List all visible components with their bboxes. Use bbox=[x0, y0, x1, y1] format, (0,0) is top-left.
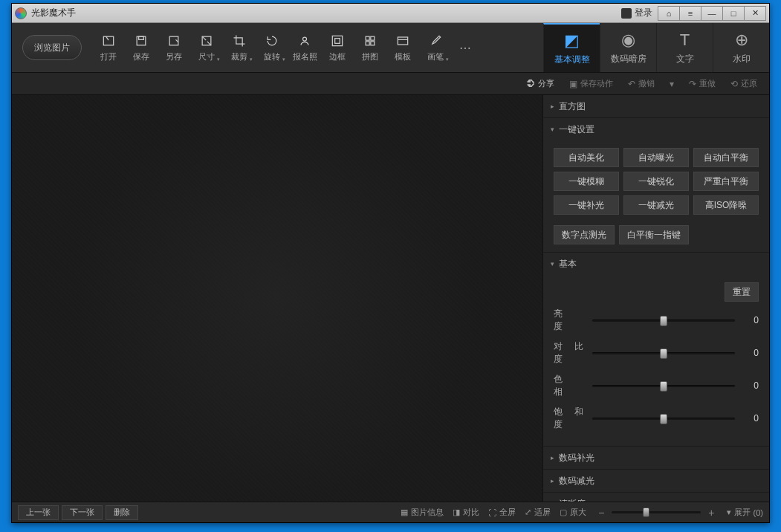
original-size-button[interactable]: ▢原大 bbox=[560, 507, 586, 518]
onekey-dim-button[interactable]: 一键减光 bbox=[623, 195, 689, 215]
open-icon bbox=[101, 33, 116, 48]
rtab-basic[interactable]: ◩基本调整 bbox=[543, 23, 600, 72]
onekey-sharpen-button[interactable]: 一键锐化 bbox=[623, 172, 689, 191]
rtab-watermark[interactable]: ⊕水印 bbox=[713, 23, 769, 72]
compare-button[interactable]: ◨对比 bbox=[453, 507, 479, 518]
tb-collage[interactable]: 拼图 bbox=[354, 30, 386, 65]
svg-rect-6 bbox=[332, 36, 342, 45]
severe-wb-button[interactable]: 严重白平衡 bbox=[693, 172, 759, 191]
digital-fill-header[interactable]: ▸数码补光 bbox=[543, 447, 769, 469]
browse-images-button[interactable]: 浏览图片 bbox=[22, 35, 82, 60]
section-clarity: ▸清晰度 bbox=[543, 493, 769, 502]
titlebar: 光影魔术手 登录 ⌂ ≡ — □ ✕ bbox=[12, 4, 769, 23]
tb-more[interactable]: ⋯ bbox=[452, 41, 479, 55]
login-label: 登录 bbox=[635, 7, 652, 19]
triangle-right-icon: ▸ bbox=[551, 454, 554, 461]
reset-button[interactable]: 重置 bbox=[725, 282, 759, 302]
rtab-darkroom[interactable]: ◉数码暗房 bbox=[600, 23, 656, 72]
contrast-slider[interactable] bbox=[592, 347, 735, 359]
hue-row: 色 相0 bbox=[554, 373, 759, 398]
zoom-in-button[interactable]: + bbox=[705, 507, 717, 519]
next-image-button[interactable]: 下一张 bbox=[62, 505, 103, 520]
app-title: 光影魔术手 bbox=[31, 7, 615, 19]
user-icon bbox=[621, 8, 632, 19]
section-digital-dim: ▸数码减光 bbox=[543, 470, 769, 493]
tb-saveas[interactable]: 另存 bbox=[158, 30, 190, 65]
close-button[interactable]: ✕ bbox=[744, 6, 766, 21]
tb-crop[interactable]: 裁剪▾ bbox=[223, 30, 256, 65]
collage-icon bbox=[363, 33, 377, 48]
svg-rect-8 bbox=[366, 36, 369, 40]
image-info-button[interactable]: ▦图片信息 bbox=[401, 507, 444, 518]
delete-image-button[interactable]: 删除 bbox=[106, 505, 138, 520]
brightness-slider[interactable] bbox=[592, 314, 735, 326]
redo-button[interactable]: ↷重做 bbox=[683, 78, 722, 89]
onekey-blur-button[interactable]: 一键模糊 bbox=[554, 172, 619, 191]
auto-exposure-button[interactable]: 自动曝光 bbox=[623, 148, 689, 167]
hue-slider[interactable] bbox=[592, 380, 735, 392]
chevron-down-icon: ▾ bbox=[282, 56, 285, 62]
svg-rect-9 bbox=[371, 36, 375, 40]
clarity-header[interactable]: ▸清晰度 bbox=[543, 493, 769, 502]
app-window: 光影魔术手 登录 ⌂ ≡ — □ ✕ 浏览图片 打开 保存 另存 尺寸▾ 裁剪▾… bbox=[11, 3, 770, 523]
prev-image-button[interactable]: 上一张 bbox=[18, 505, 59, 520]
basic-header[interactable]: ▾基本 bbox=[543, 253, 769, 275]
tb-open[interactable]: 打开 bbox=[92, 30, 125, 65]
saturation-slider[interactable] bbox=[592, 412, 735, 424]
sub-toolbar: ⮊分享 ▣保存动作 ↶撤销 ▾ ↷重做 ⟲还原 bbox=[12, 73, 769, 95]
right-tabs: ◩基本调整 ◉数码暗房 T文字 ⊕水印 bbox=[543, 23, 769, 72]
undo-icon: ↶ bbox=[628, 79, 635, 89]
auto-wb-button[interactable]: 自动白平衡 bbox=[693, 148, 759, 167]
fit-icon: ⤢ bbox=[525, 507, 531, 517]
share-button[interactable]: ⮊分享 bbox=[520, 78, 560, 89]
undo-dropdown[interactable]: ▾ bbox=[664, 79, 680, 89]
onekey-fill-button[interactable]: 一键补光 bbox=[554, 195, 619, 215]
redo-icon: ↷ bbox=[689, 79, 696, 89]
resize-icon bbox=[199, 33, 214, 48]
svg-rect-11 bbox=[371, 41, 375, 45]
expand-button[interactable]: ▾展开(0) bbox=[727, 507, 763, 518]
canvas[interactable] bbox=[12, 95, 542, 502]
undo-button[interactable]: ↶撤销 bbox=[622, 78, 661, 89]
zoom-control: − + bbox=[595, 507, 717, 519]
zoom-out-button[interactable]: − bbox=[595, 507, 607, 519]
toolbar-items: 打开 保存 另存 尺寸▾ 裁剪▾ 旋转▾ 报名照 边框 拼图 模板 画笔▾ ⋯ bbox=[92, 23, 543, 72]
chevron-down-icon: ▾ bbox=[250, 56, 253, 62]
minimize-button[interactable]: — bbox=[701, 6, 723, 21]
save-icon bbox=[134, 33, 149, 48]
triangle-down-icon: ▾ bbox=[551, 260, 554, 267]
tb-resize[interactable]: 尺寸▾ bbox=[190, 30, 223, 65]
onekey-header[interactable]: ▾一键设置 bbox=[543, 118, 769, 140]
save-action-icon: ▣ bbox=[569, 79, 577, 89]
spot-meter-button[interactable]: 数字点测光 bbox=[554, 225, 615, 244]
settings-button[interactable]: ≡ bbox=[679, 6, 701, 21]
login-button[interactable]: 登录 bbox=[615, 7, 658, 19]
save-action-button[interactable]: ▣保存动作 bbox=[563, 78, 619, 89]
darkroom-icon: ◉ bbox=[621, 30, 635, 50]
main-toolbar: 浏览图片 打开 保存 另存 尺寸▾ 裁剪▾ 旋转▾ 报名照 边框 拼图 模板 画… bbox=[12, 23, 769, 73]
section-digital-fill: ▸数码补光 bbox=[543, 447, 769, 470]
tb-rotate[interactable]: 旋转▾ bbox=[256, 30, 288, 65]
contrast-label: 对 比 度 bbox=[554, 340, 586, 366]
maximize-button[interactable]: □ bbox=[722, 6, 745, 21]
triangle-right-icon: ▸ bbox=[551, 477, 554, 484]
auto-beautify-button[interactable]: 自动美化 bbox=[554, 148, 619, 167]
tb-frame[interactable]: 边框 bbox=[321, 30, 354, 65]
wb-picker-button[interactable]: 白平衡一指键 bbox=[619, 225, 689, 244]
tb-save[interactable]: 保存 bbox=[125, 30, 158, 65]
histogram-header[interactable]: ▸直方图 bbox=[543, 95, 769, 117]
tb-template[interactable]: 模板 bbox=[386, 30, 419, 65]
digital-dim-header[interactable]: ▸数码减光 bbox=[543, 470, 769, 492]
rtab-text[interactable]: T文字 bbox=[656, 23, 713, 72]
tb-brush[interactable]: 画笔▾ bbox=[419, 30, 452, 65]
svg-rect-2 bbox=[139, 36, 144, 39]
basic-adjust-icon: ◩ bbox=[564, 31, 580, 51]
sidebar: ▸直方图 ▾一键设置 自动美化自动曝光自动白平衡 一键模糊一键锐化严重白平衡 一… bbox=[542, 95, 769, 502]
high-iso-button[interactable]: 高ISO降噪 bbox=[693, 195, 759, 215]
tb-idphoto[interactable]: 报名照 bbox=[288, 30, 321, 65]
fullscreen-button[interactable]: ⛶全屏 bbox=[488, 507, 516, 518]
zoom-slider[interactable] bbox=[612, 511, 701, 513]
fit-button[interactable]: ⤢适屏 bbox=[525, 507, 551, 518]
restore-button[interactable]: ⟲还原 bbox=[725, 78, 763, 89]
pin-button[interactable]: ⌂ bbox=[658, 6, 680, 21]
